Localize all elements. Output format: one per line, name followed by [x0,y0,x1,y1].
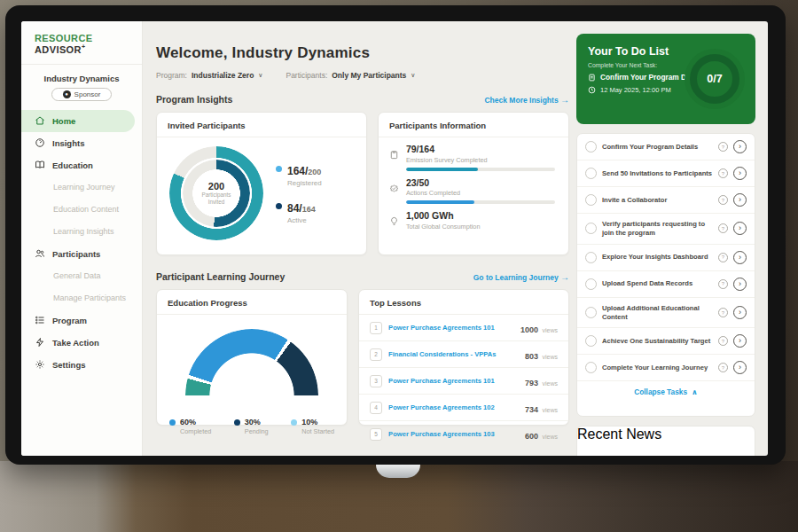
logo-resource: RESOURCE [35,33,93,43]
monitor-stand [376,465,420,478]
list-icon [35,315,45,325]
task-checkbox[interactable] [585,362,597,373]
task-checkbox[interactable] [585,141,597,153]
go-to-learning-journey-link[interactable]: Go to Learning Journey → [473,272,569,282]
task-row[interactable]: Verify participants requesting to join t… [577,214,755,245]
help-icon[interactable]: ? [718,336,728,346]
sidebar-item-program[interactable]: Program [21,309,142,332]
task-checkbox[interactable] [585,307,597,318]
task-row[interactable]: Complete Your Learning Journey ? › [577,355,755,381]
sidebar-item-general-data[interactable]: General Data [21,265,142,287]
chevron-right-icon[interactable]: › [733,278,747,291]
sponsor-badge[interactable]: ● Sponsor [51,88,112,101]
task-checkbox[interactable] [585,335,597,347]
recent-news-title: Recent News [577,426,755,442]
legend-dot [169,419,176,426]
rank-badge: 1 [370,322,382,334]
task-row[interactable]: Send 50 Invitations to Participants ? › [577,160,755,187]
check-badge-icon [389,178,399,205]
todo-counter: 0/7 [707,73,722,85]
sidebar-item-participants[interactable]: Participants [21,243,142,265]
chevron-right-icon[interactable]: › [733,193,747,207]
chevron-right-icon[interactable]: › [733,222,747,235]
help-icon[interactable]: ? [718,363,728,372]
legend-registered: 164/200 Registered [276,162,322,187]
todo-panel: Your To Do List Complete Your Next Task:… [576,21,755,456]
task-row[interactable]: Explore Your Insights Dashboard ? › [577,245,755,271]
sidebar-item-insights[interactable]: Insights [21,132,142,154]
task-row[interactable]: Invite a Collaborator ? › [577,187,755,214]
chevron-right-icon[interactable]: › [733,167,747,180]
legend-active: 84/164 Active [276,200,322,224]
chevron-down-icon: ∨ [258,72,262,79]
sidebar-item-manage-participants[interactable]: Manage Participants [21,287,142,309]
sidebar-item-learning-insights[interactable]: Learning Insights [21,221,142,243]
sidebar-item-education[interactable]: Education [21,154,142,176]
section-title-program-insights: Program Insights [156,94,232,105]
help-icon[interactable]: ? [718,168,728,178]
top-lessons-card: Top Lessons 1 Power Purchase Agreements … [358,289,569,426]
program-filter[interactable]: Program: Industrialize Zero ∨ [156,71,262,80]
collapse-tasks-link[interactable]: Collapse Tasks ∧ [577,381,755,403]
sidebar-item-take-action[interactable]: Take Action [21,332,142,354]
clipboard-icon [389,145,399,171]
main-content: Welcome, Industry Dynamics Program: Indu… [156,21,569,456]
legend-pending: 30%Pending [234,418,269,435]
task-checkbox[interactable] [585,168,597,179]
help-icon[interactable]: ? [718,142,728,152]
rank-badge: 5 [370,428,382,441]
sidebar-nav: Home Insights Education Learning Journey… [21,110,142,376]
arrow-right-icon: → [560,272,569,282]
emission-progress-bar [406,168,555,171]
card-title: Invited Participants [157,113,366,137]
chevron-right-icon[interactable]: › [733,361,747,374]
help-icon[interactable]: ? [718,308,728,317]
card-title: Top Lessons [359,290,568,315]
task-row[interactable]: Achieve One Sustainability Target ? › [577,328,755,355]
lesson-link[interactable]: Power Purchase Agreements 103 [388,430,519,438]
card-title: Participants Information [379,113,568,137]
lesson-row: 2 Financial Considerations - VPPAs 803 v… [359,341,568,368]
chevron-right-icon[interactable]: › [733,334,747,348]
task-checkbox[interactable] [585,252,597,263]
todo-datetime: 12 May 2025, 12:00 PM [600,86,671,94]
sidebar-item-settings[interactable]: Settings [21,354,142,376]
chevron-right-icon[interactable]: › [733,306,747,319]
task-row[interactable]: Upload Additional Educational Content ? … [577,298,755,329]
book-icon [35,160,45,170]
legend-not-started: 10%Not Started [291,418,334,435]
lesson-row: 1 Power Purchase Agreements 101 1000 vie… [359,315,568,341]
help-icon[interactable]: ? [718,279,728,289]
legend-completed: 60%Completed [169,418,211,435]
chevron-right-icon[interactable]: › [733,140,747,153]
sidebar-item-education-content[interactable]: Education Content [21,199,142,221]
sponsor-badge-label: Sponsor [74,90,101,98]
help-icon[interactable]: ? [718,253,728,262]
participants-filter[interactable]: Participants: Only My Participants ∨ [286,71,415,80]
lesson-link[interactable]: Power Purchase Agreements 101 [388,324,514,332]
task-row[interactable]: Upload Spend Data Records ? › [577,271,755,298]
invited-participants-card: Invited Participants 200 Participants In… [156,112,367,255]
lesson-link[interactable]: Power Purchase Agreements 101 [388,377,519,385]
check-more-insights-link[interactable]: Check More Insights → [484,95,569,105]
participants-icon [35,248,45,259]
education-progress-gauge: 150 Participants [185,329,318,396]
progress-fill [406,200,474,204]
education-progress-card: Education Progress 150 Participants 60%C… [156,289,348,426]
task-checkbox[interactable] [585,194,597,206]
actions-progress-bar [406,200,555,204]
progress-fill [406,168,478,171]
task-checkbox[interactable] [585,223,597,234]
lesson-link[interactable]: Financial Considerations - VPPAs [388,350,519,358]
sidebar-item-learning-journey[interactable]: Learning Journey [21,176,142,199]
task-checkbox[interactable] [585,278,597,290]
lesson-link[interactable]: Power Purchase Agreements 102 [388,403,519,411]
chevron-down-icon: ∨ [411,72,415,79]
help-icon[interactable]: ? [718,195,728,205]
chevron-right-icon[interactable]: › [733,251,747,264]
help-icon[interactable]: ? [718,223,728,233]
sidebar-item-home[interactable]: Home [21,110,135,132]
gear-icon [35,359,45,370]
bulb-icon [389,211,399,231]
task-row[interactable]: Confirm Your Program Details ? › [577,134,755,160]
